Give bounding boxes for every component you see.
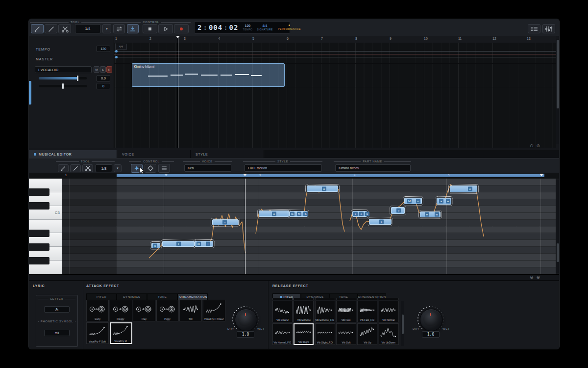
transport-display[interactable]: 2 : 004 : 02 120 TEMPO 4/4 SIGNATURE PER… bbox=[194, 21, 290, 34]
release-effect-vib-normal-f-o[interactable]: Vib Normal_F.O bbox=[272, 323, 293, 345]
release-effect-vib-extreme-f-o[interactable]: Vib Extreme_F.O bbox=[315, 301, 335, 322]
zoom-in-icon[interactable]: ⊕ bbox=[537, 143, 540, 148]
mute-button[interactable]: M bbox=[94, 66, 99, 73]
note[interactable]: o bbox=[259, 210, 289, 217]
part-region-bar[interactable] bbox=[117, 174, 544, 177]
pan-value[interactable]: 0 bbox=[97, 83, 110, 89]
editor-vscrollbar[interactable] bbox=[556, 180, 560, 273]
note-edit-mode-button[interactable] bbox=[145, 164, 156, 173]
stop-button[interactable] bbox=[143, 24, 157, 33]
grid-resolution-dropdown[interactable]: ▾ bbox=[102, 24, 111, 33]
zoom-in-icon[interactable]: ⊕ bbox=[537, 275, 540, 280]
playhead-marker[interactable] bbox=[243, 174, 247, 178]
zoom-out-icon[interactable]: ⊖ bbox=[530, 275, 534, 280]
scissors-tool-button[interactable] bbox=[58, 24, 71, 33]
release-effect-vib-up[interactable]: Vib Up bbox=[357, 323, 377, 345]
part-name-field[interactable]: Kimino hitomi bbox=[335, 164, 411, 172]
editor-tab-style[interactable]: STYLE bbox=[191, 150, 264, 158]
phoneme-chip[interactable]: n bbox=[222, 220, 227, 225]
scrolled-effect-button[interactable] bbox=[379, 298, 399, 300]
knob-body[interactable] bbox=[420, 309, 442, 331]
note[interactable]: ew bbox=[420, 211, 441, 217]
scrolled-effect-button[interactable] bbox=[294, 298, 314, 300]
scrollbar-thumb[interactable] bbox=[402, 315, 404, 334]
voice-select[interactable]: Ken bbox=[184, 164, 231, 172]
note[interactable]: Mo bbox=[404, 198, 422, 204]
editor-tab-musical-editor[interactable]: MUSICAL EDITOR bbox=[29, 150, 117, 158]
vocal-clip[interactable]: Kimino hitomi bbox=[132, 63, 285, 87]
note[interactable]: mi bbox=[195, 241, 213, 247]
volume-value[interactable]: 0.0 bbox=[97, 75, 110, 81]
black-key[interactable] bbox=[29, 202, 49, 210]
note[interactable]: e bbox=[450, 185, 477, 192]
phoneme-chip[interactable]: e bbox=[468, 187, 472, 191]
attack-effect-vocalfry-m[interactable]: VocalFry M bbox=[110, 322, 132, 344]
release-effect-vib-fast-f-o[interactable]: Vib Fast_F.O bbox=[357, 301, 377, 322]
attack-effect-vocalfry-f-soft[interactable]: VocalFry F Soft bbox=[86, 322, 109, 344]
pan-handle[interactable] bbox=[62, 83, 64, 89]
black-key[interactable] bbox=[29, 188, 49, 196]
editor-grid-dropdown[interactable]: ▾ bbox=[114, 164, 122, 172]
attack-effect-vocalfry-f-power[interactable]: VocalFry F Power bbox=[203, 300, 225, 321]
phoneme-chip[interactable]: o bbox=[272, 211, 276, 216]
note[interactable]: o bbox=[369, 219, 392, 225]
record-arm-button[interactable]: R bbox=[106, 66, 112, 73]
black-key[interactable] bbox=[29, 257, 49, 264]
editor-grid-resolution-value[interactable]: 1/8 bbox=[96, 164, 112, 172]
phoneme-chip[interactable]: o bbox=[379, 220, 384, 224]
scrolled-effect-button[interactable] bbox=[336, 298, 356, 300]
arrangement-grid[interactable]: 4/4 Kimino hitomi bbox=[114, 43, 556, 148]
release-effect-vib-slight-f-o[interactable]: Vib Slight_F.O bbox=[315, 323, 335, 345]
knob-body[interactable] bbox=[235, 309, 257, 331]
scrollbar-thumb[interactable] bbox=[557, 40, 559, 108]
letter-field[interactable]: み bbox=[44, 306, 70, 313]
note[interactable]: o bbox=[307, 185, 338, 192]
scrollbar-thumb[interactable] bbox=[557, 243, 559, 262]
note[interactable]: i bbox=[162, 241, 195, 247]
attack-effect-fray[interactable]: Fray bbox=[133, 300, 155, 321]
note[interactable]: o bbox=[391, 207, 405, 214]
phoneme-chip[interactable]: k bbox=[365, 212, 369, 216]
auto-scroll-button[interactable] bbox=[127, 24, 139, 33]
play-button[interactable] bbox=[158, 24, 173, 33]
release-depth-knob[interactable] bbox=[416, 305, 445, 334]
scrolled-effect-button[interactable] bbox=[315, 298, 335, 300]
piano-keyboard[interactable]: C3 bbox=[29, 179, 62, 274]
phoneme-chip[interactable]: o bbox=[416, 199, 420, 203]
note[interactable]: kok bbox=[352, 211, 367, 217]
phoneme-chip[interactable]: m bbox=[196, 242, 201, 246]
note[interactable]: ae bbox=[437, 198, 451, 205]
line-tool-button[interactable] bbox=[45, 24, 57, 33]
phoneme-chip[interactable]: e bbox=[446, 199, 450, 204]
tempo-automation-line[interactable] bbox=[114, 51, 556, 52]
style-select[interactable]: Full Emotion bbox=[245, 164, 322, 172]
note[interactable]: k bbox=[151, 243, 160, 248]
phonetic-symbol-field[interactable]: m'i bbox=[44, 330, 70, 336]
phoneme-chip[interactable]: S bbox=[303, 212, 308, 216]
pan-slider[interactable] bbox=[39, 85, 87, 87]
black-key[interactable] bbox=[29, 243, 49, 251]
phoneme-chip[interactable]: k bbox=[153, 243, 157, 248]
attack-effect-piggy[interactable]: Piggy bbox=[156, 300, 179, 321]
part-end-marker[interactable] bbox=[539, 174, 543, 178]
release-grid-scrollbar[interactable] bbox=[401, 301, 404, 346]
phoneme-chip[interactable]: i bbox=[206, 242, 210, 246]
record-button[interactable] bbox=[174, 24, 189, 33]
phoneme-chip[interactable]: ts bbox=[290, 212, 294, 216]
release-effect-vib-slight[interactable]: Vib Slight bbox=[294, 323, 314, 345]
phoneme-chip[interactable]: i bbox=[176, 242, 181, 246]
mixer-view-button[interactable] bbox=[542, 24, 555, 33]
phoneme-chip[interactable]: a bbox=[439, 199, 443, 204]
editor-scissors-tool-button[interactable] bbox=[82, 164, 93, 172]
release-effect-vib-down2[interactable]: Vib Down2 bbox=[272, 301, 293, 322]
release-knob-value[interactable]: 1.0 bbox=[422, 331, 440, 338]
black-key[interactable] bbox=[29, 230, 49, 237]
phoneme-chip[interactable]: o bbox=[396, 209, 401, 213]
automation-point[interactable] bbox=[115, 56, 118, 58]
attack-effect-curly[interactable]: Curly bbox=[86, 300, 109, 321]
attack-knob-value[interactable]: 1.0 bbox=[237, 331, 254, 338]
scrolled-effect-button[interactable] bbox=[357, 298, 377, 300]
loop-button[interactable] bbox=[113, 24, 125, 33]
attack-tab-pitch[interactable]: PITCH bbox=[86, 293, 117, 300]
track-name[interactable]: 1 VOCALOID bbox=[35, 66, 92, 73]
